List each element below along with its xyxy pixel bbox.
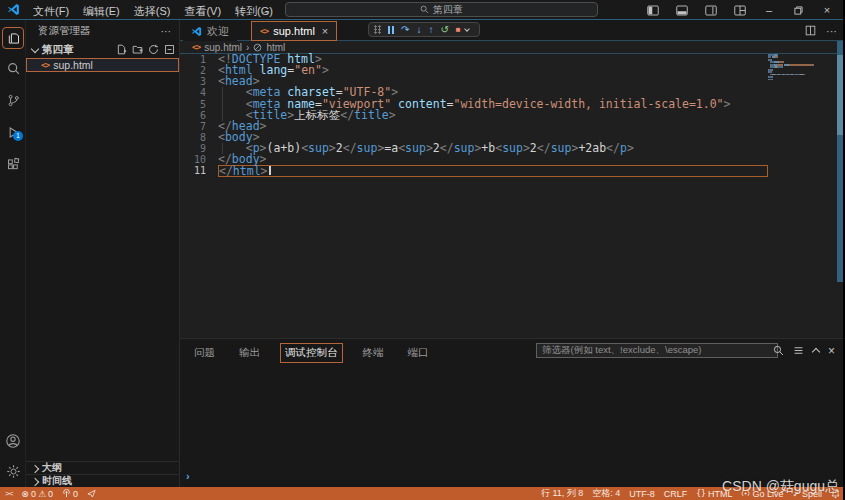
close-window-button[interactable]: × [817, 2, 837, 18]
accounts-icon[interactable] [0, 423, 26, 453]
line-number: 9 [180, 143, 206, 154]
panel-tab-4[interactable]: 端口 [404, 344, 433, 362]
menu-item[interactable]: 编辑(E) [76, 5, 127, 17]
warning-icon: ⚠ [38, 489, 46, 499]
panel-tab-1[interactable]: 输出 [235, 344, 264, 362]
step-into-icon[interactable]: ↓ [416, 25, 421, 35]
maximize-panel-icon[interactable] [813, 346, 819, 355]
editor-more-icon[interactable]: ··· [826, 25, 837, 37]
pause-icon[interactable] [388, 26, 394, 34]
nav-forward-icon[interactable]: → [260, 3, 272, 17]
code-token: > [389, 108, 396, 122]
explorer-icon[interactable] [0, 20, 26, 50]
vscode-window: 文件(F)编辑(E)选择(S)查看(V)转到(G)··· ← → 第四章 – × [0, 0, 843, 500]
line-number: 1 [180, 54, 206, 65]
step-out-icon[interactable]: ↑ [428, 25, 433, 35]
code-line[interactable]: 2<html lang="en"> [180, 65, 843, 76]
problems-status[interactable]: ⊗ 0 ⚠ 0 [21, 489, 53, 499]
code-line[interactable]: 6 <title>上标标签</title> [180, 110, 843, 121]
remote-indicator-icon[interactable]: >< [5, 489, 12, 498]
split-editor-icon[interactable] [805, 25, 816, 36]
launch-icon[interactable] [87, 489, 96, 498]
breadcrumb-file[interactable]: sup.html [204, 42, 242, 53]
code-token: content [398, 97, 446, 111]
toggle-sidebar-icon[interactable] [643, 2, 663, 18]
command-center-search[interactable]: 第四章 [285, 2, 598, 17]
filter-search-icon[interactable] [773, 345, 784, 356]
line-number: 10 [180, 154, 206, 165]
code-token: > [260, 119, 267, 133]
nav-back-icon[interactable]: ← [238, 3, 250, 17]
code-line[interactable]: 10</body> [180, 154, 843, 165]
ports-status[interactable]: 0 [62, 489, 78, 499]
minimap[interactable] [768, 54, 824, 94]
toggle-secondary-sidebar-icon[interactable] [701, 2, 721, 18]
menu-item[interactable]: 查看(V) [177, 5, 228, 17]
braces-icon: {} [696, 489, 706, 498]
code-line[interactable]: 7</head> [180, 121, 843, 132]
minimap-line [768, 54, 824, 56]
code-line[interactable]: 9 <p>(a+b)<sup>2</sup>=a<sup>2</sup>+b<s… [180, 143, 843, 154]
breadcrumb-symbol[interactable]: html [266, 42, 285, 53]
settings-gear-icon[interactable] [0, 453, 26, 483]
minimap-line [768, 69, 824, 71]
encoding[interactable]: UTF-8 [629, 489, 655, 499]
toggle-panel-icon[interactable] [672, 2, 692, 18]
refresh-icon[interactable] [148, 44, 159, 55]
minimize-button[interactable]: – [759, 2, 779, 18]
outline-label: 大纲 [42, 461, 62, 475]
bottom-panel: 问题输出调试控制台终端端口 筛选器(例如 text、!exclude、\esca… [180, 338, 843, 487]
code-token: =a [384, 141, 398, 155]
tab-welcome[interactable]: 欢迎 [183, 21, 237, 41]
debug-console-filter-input[interactable]: 筛选器(例如 text、!exclude、\escape) [536, 343, 778, 358]
line-content: <title>上标标签</title> [218, 110, 768, 121]
debug-console-prompt[interactable]: › [186, 470, 190, 482]
file-item-sup-html[interactable]: <> sup.html [26, 58, 179, 72]
code-token: "en" [294, 63, 322, 77]
collapse-all-icon[interactable] [164, 44, 175, 55]
minimap-line [768, 59, 824, 61]
menu-item[interactable]: 文件(F) [26, 5, 76, 17]
html-file-icon: <> [260, 26, 268, 36]
eol-sequence[interactable]: CRLF [664, 489, 688, 499]
code-token: </ [219, 164, 233, 178]
customize-layout-icon[interactable] [730, 2, 750, 18]
restore-button[interactable] [788, 2, 808, 18]
filter-placeholder: 筛选器(例如 text、!exclude、\escape) [542, 344, 701, 357]
timeline-section[interactable]: 时间线 [26, 474, 179, 487]
chevron-down-icon[interactable] [464, 26, 470, 32]
run-debug-icon[interactable]: 1 [0, 114, 26, 144]
step-over-icon[interactable]: ↷ [401, 25, 409, 35]
tab-close-icon[interactable]: × [322, 25, 328, 37]
source-control-icon[interactable] [0, 82, 26, 112]
tab-sup-html[interactable]: <> sup.html × [251, 21, 337, 41]
folder-section-header[interactable]: 第四章 [26, 42, 179, 57]
stop-icon[interactable]: ■ [456, 26, 461, 34]
close-panel-icon[interactable]: × [828, 345, 835, 357]
cursor-position[interactable]: 行 11, 列 8 [541, 487, 583, 500]
code-line[interactable]: 11</html> [180, 165, 843, 176]
panel-tab-0[interactable]: 问题 [190, 344, 219, 362]
extensions-icon[interactable] [0, 146, 26, 176]
panel-tab-3[interactable]: 终端 [359, 344, 388, 362]
code-token: "width=device-width, initial-scale=1.0" [454, 97, 724, 111]
search-sidebar-icon[interactable] [0, 50, 26, 80]
restart-icon[interactable]: ↺ [440, 25, 448, 35]
code-editor[interactable]: 1<!DOCTYPE html>2<html lang="en">3<head>… [180, 54, 843, 338]
code-token: </ [340, 108, 354, 122]
code-token: sup [357, 141, 378, 155]
line-number: 2 [180, 65, 206, 76]
explorer-more-icon[interactable]: ··· [161, 25, 172, 37]
panel-tab-active[interactable]: 调试控制台 [280, 343, 343, 363]
outline-section[interactable]: 大纲 [26, 461, 179, 474]
new-folder-icon[interactable] [132, 44, 143, 55]
new-file-icon[interactable] [116, 44, 127, 55]
clear-console-icon[interactable] [793, 345, 804, 356]
tab-label: sup.html [273, 25, 315, 37]
line-number: 11 [180, 165, 206, 176]
menu-item[interactable]: 选择(S) [127, 5, 178, 17]
drag-handle-icon[interactable] [374, 25, 381, 34]
search-icon [420, 5, 429, 14]
line-content: </html> [218, 165, 768, 176]
indentation[interactable]: 空格: 4 [592, 487, 620, 500]
